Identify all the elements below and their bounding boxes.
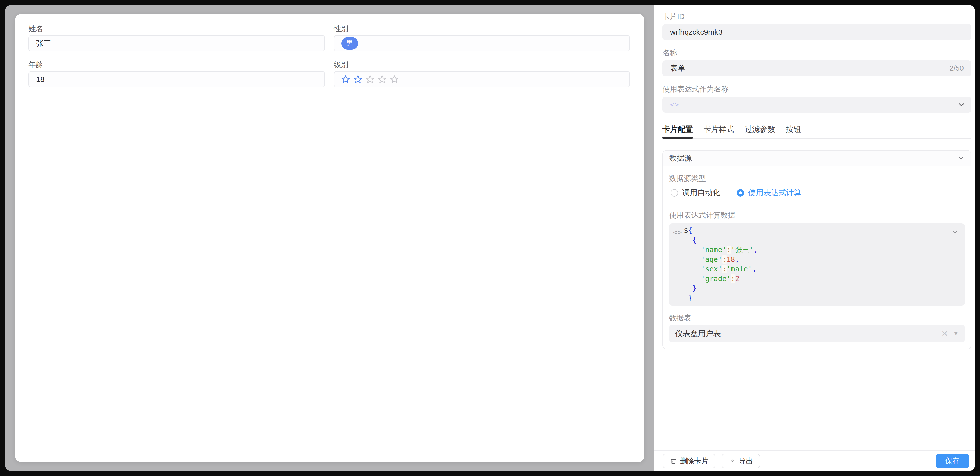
gender-selected-tag[interactable]: 男 [341,37,358,50]
card-inspector-panel: 卡片ID wrfhqzckc9mk3 名称 表单 2/50 使用表达式作为名称 … [654,5,975,471]
code-line: 'age':18, [684,255,960,264]
radio-circle-icon [737,189,744,197]
star-icon[interactable] [353,75,363,84]
field-age-label: 年龄 [29,60,325,70]
age-input-value: 18 [36,75,45,84]
data-table-select[interactable]: 仪表盘用户表 ✕ ▼ [669,325,965,342]
radio-use-expression[interactable]: 使用表达式计算 [737,187,802,198]
expression-name-group: 使用表达式作为名称 <> [662,84,971,113]
export-button[interactable]: 导出 [722,454,760,468]
char-counter: 2/50 [950,64,964,73]
field-grade-label: 级别 [334,60,630,70]
datasource-panel-body: 数据源类型 调用自动化 使用表达式计算 使用表达式计算数据 <> [663,166,971,349]
tab-card-config[interactable]: 卡片配置 [662,124,693,139]
name-input[interactable]: 张三 [29,35,325,51]
code-line: 'name':'张三', [684,245,960,255]
expression-name-input[interactable]: <> [662,97,971,113]
age-input[interactable]: 18 [29,71,325,87]
download-icon [729,457,736,465]
datasource-panel: 数据源 数据源类型 调用自动化 使用表达式计算 [662,150,971,349]
grade-rating-input[interactable] [334,71,630,87]
star-icon[interactable] [365,75,375,84]
code-line: 'grade':2 [684,274,960,284]
chevron-down-icon[interactable] [951,228,959,236]
datasource-type-label: 数据源类型 [669,173,965,184]
card-id-group: 卡片ID wrfhqzckc9mk3 [662,11,971,40]
star-icon[interactable] [377,75,387,84]
field-name: 姓名 张三 [29,24,325,51]
radio-circle-icon [671,189,678,197]
tab-filter-params[interactable]: 过滤参数 [745,124,775,139]
name-input-value: 张三 [36,38,51,49]
form-card-preview[interactable]: 姓名 张三 性别 男 年龄 18 [15,14,644,462]
tabs-divider [662,138,971,139]
field-name-label: 姓名 [29,24,325,34]
datasource-panel-header[interactable]: 数据源 [663,151,971,166]
caret-down-icon[interactable]: ▼ [953,331,959,336]
trash-icon [670,457,677,465]
star-icon[interactable] [341,75,350,84]
code-brackets-icon: <> [673,228,682,236]
dashboard-canvas: 姓名 张三 性别 男 年龄 18 [5,5,654,471]
card-id-input[interactable]: wrfhqzckc9mk3 [662,24,971,40]
field-gender-label: 性别 [334,24,630,34]
card-id-value: wrfhqzckc9mk3 [670,28,722,36]
expression-name-label: 使用表达式作为名称 [662,84,971,94]
code-line: { [684,235,960,245]
code-line: } [684,284,960,293]
radio-call-automation[interactable]: 调用自动化 [671,187,720,198]
field-age: 年龄 18 [29,60,325,87]
clear-selection-icon[interactable]: ✕ [941,330,948,338]
datasource-type-options: 调用自动化 使用表达式计算 [671,187,965,198]
code-line: } [684,293,960,303]
gender-input[interactable]: 男 [334,35,630,51]
form-grid: 姓名 张三 性别 男 年龄 18 [29,24,630,87]
card-id-label: 卡片ID [662,11,971,22]
save-label: 保存 [945,456,960,466]
code-brackets-icon: <> [670,101,679,108]
collapse-chevron-icon [957,154,965,162]
radio-label: 使用表达式计算 [748,187,802,198]
app-window: 姓名 张三 性别 男 年龄 18 [5,5,975,471]
tab-buttons[interactable]: 按钮 [786,124,801,139]
card-name-input[interactable]: 表单 2/50 [662,60,971,76]
star-icon[interactable] [390,75,399,84]
datasource-title: 数据源 [669,153,692,163]
expression-code[interactable]: ${ { 'name':'张三', 'age':18, 'sex':'male'… [684,226,960,303]
rating-stars[interactable] [334,75,399,84]
export-label: 导出 [739,456,753,466]
inspector-footer: 删除卡片 导出 保存 [654,450,975,471]
code-line: ${ [684,226,960,235]
code-line: 'sex':'male', [684,264,960,274]
field-gender: 性别 男 [334,24,630,51]
radio-label: 调用自动化 [682,187,720,198]
card-name-value: 表单 [670,63,685,73]
select-icons: ✕ ▼ [941,330,959,338]
expression-code-editor[interactable]: <> ${ { 'name':'张三', 'age':18, 'sex':'ma… [669,223,965,306]
save-button[interactable]: 保存 [936,454,969,468]
data-table-label: 数据表 [669,313,965,323]
tab-card-style[interactable]: 卡片样式 [703,124,734,139]
card-name-group: 名称 表单 2/50 [662,48,971,76]
inspector-content: 卡片ID wrfhqzckc9mk3 名称 表单 2/50 使用表达式作为名称 … [654,5,975,450]
data-table-value: 仪表盘用户表 [675,328,721,339]
field-grade: 级别 [334,60,630,87]
chevron-down-icon[interactable] [957,100,966,109]
delete-card-button[interactable]: 删除卡片 [663,454,716,468]
delete-card-label: 删除卡片 [680,456,708,466]
expression-data-label: 使用表达式计算数据 [669,210,965,220]
card-name-label: 名称 [662,48,971,58]
inspector-tabs: 卡片配置 卡片样式 过滤参数 按钮 [662,124,971,139]
